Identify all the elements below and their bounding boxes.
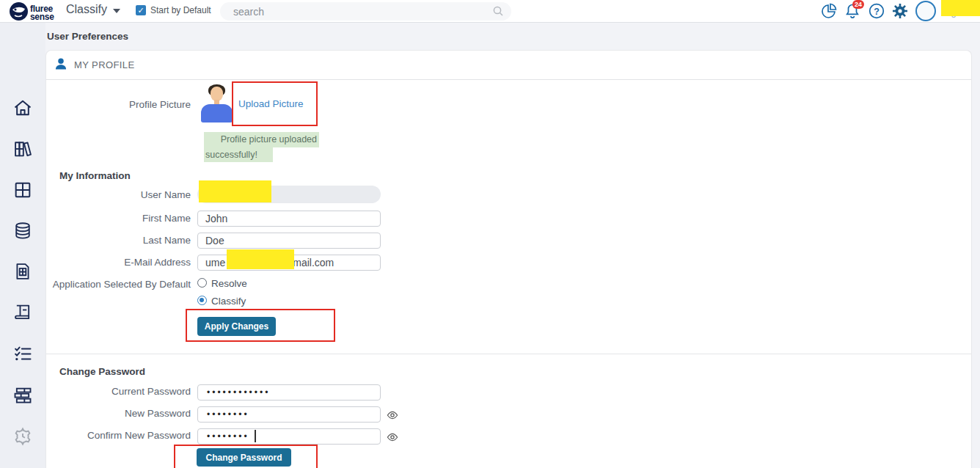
report-icon[interactable] [12, 261, 33, 282]
app-root: fluree sense Classify ✓ Start by Default… [0, 0, 980, 468]
radio-classify-label[interactable]: Classify [211, 296, 246, 307]
radio-resolve-label[interactable]: Resolve [211, 278, 247, 289]
application-dropdown-label: Classify [66, 3, 107, 16]
annotation-box-apply-changes [186, 309, 335, 342]
sidebar-nav [0, 23, 45, 468]
home-icon[interactable] [12, 98, 33, 118]
annotation-box-change-password [174, 445, 318, 468]
my-information-heading: My Information [59, 170, 131, 181]
pie-chart-icon[interactable] [820, 2, 838, 20]
radio-resolve[interactable] [197, 278, 207, 288]
user-avatar[interactable] [915, 1, 936, 21]
notification-count-badge: 24 [852, 0, 864, 9]
checklist-icon[interactable] [12, 343, 33, 364]
annotation-box-upload-picture [232, 81, 318, 126]
current-password-input[interactable] [197, 384, 381, 401]
logo-wordmark: fluree sense [30, 5, 54, 21]
show-password-eye-icon[interactable] [387, 431, 398, 440]
upload-success-message-line1: Profile picture uploaded [204, 132, 319, 147]
checkbox-checked-icon: ✓ [136, 5, 146, 15]
current-password-label: Current Password [46, 386, 191, 397]
application-default-label: Application Selected By Default [46, 279, 191, 290]
redaction-highlight-username-header [941, 0, 980, 16]
svg-text:?: ? [874, 7, 880, 17]
section-divider [46, 354, 971, 354]
new-password-label: New Password [46, 408, 191, 419]
last-name-input[interactable] [197, 233, 381, 249]
search-input[interactable] [233, 2, 483, 21]
user-name-label: User Name [46, 189, 191, 200]
chevron-down-icon [113, 9, 120, 13]
upload-success-message-line2: successfully! [204, 147, 273, 162]
library-icon[interactable] [12, 139, 33, 159]
top-header: fluree sense Classify ✓ Start by Default… [0, 0, 980, 23]
profile-picture-label: Profile Picture [46, 99, 191, 110]
application-dropdown[interactable]: Classify [66, 3, 120, 16]
email-value-suffix: mail.com [293, 257, 334, 268]
fluree-sense-logo[interactable]: fluree sense [9, 1, 54, 24]
start-by-default-label: Start by Default [150, 5, 211, 15]
change-password-heading: Change Password [59, 366, 145, 377]
my-profile-section-header: MY PROFILE [46, 51, 971, 80]
settings-clock-icon[interactable] [12, 426, 33, 447]
grid-icon[interactable] [12, 180, 33, 200]
profile-picture-image [200, 84, 233, 123]
database-icon[interactable] [12, 221, 33, 241]
my-profile-card: MY PROFILE Profile Picture Upload Pictur… [45, 50, 972, 468]
redaction-highlight-user-name [199, 180, 271, 202]
redaction-highlight-email [227, 249, 294, 269]
show-password-eye-icon[interactable] [387, 409, 398, 418]
first-name-label: First Name [46, 213, 191, 224]
email-label: E-Mail Address [46, 257, 191, 268]
help-icon[interactable]: ? [868, 2, 885, 20]
section-title: MY PROFILE [74, 59, 135, 70]
person-icon [54, 56, 68, 74]
server-icon[interactable] [12, 385, 33, 406]
email-value-prefix: ume [205, 257, 225, 268]
confirm-password-input[interactable] [197, 428, 381, 445]
page-title: User Preferences [47, 31, 128, 42]
first-name-input[interactable] [197, 211, 381, 227]
logo-line-2: sense [30, 13, 54, 21]
fluree-logo-icon [9, 1, 29, 24]
radio-classify[interactable] [197, 296, 207, 305]
confirm-password-label: Confirm New Password [46, 430, 191, 441]
start-by-default-checkbox[interactable]: ✓ Start by Default [136, 5, 211, 15]
gear-icon[interactable] [891, 2, 909, 20]
text-cursor [255, 430, 256, 442]
search-icon [492, 5, 504, 20]
book-icon[interactable] [12, 302, 33, 323]
search-bar [220, 2, 511, 21]
new-password-input[interactable] [197, 406, 381, 423]
last-name-label: Last Name [46, 235, 191, 246]
